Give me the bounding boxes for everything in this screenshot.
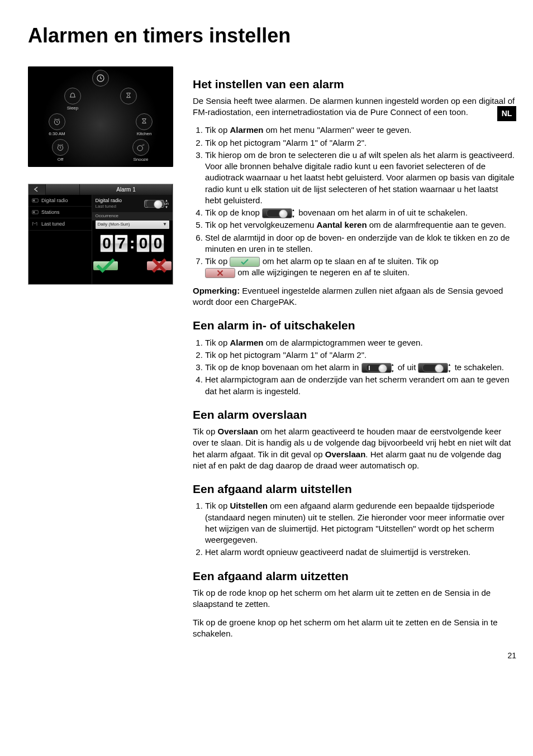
toggle-off-icon xyxy=(418,363,448,373)
ordered-list: Tik op Alarmen om de alarmpictogrammen w… xyxy=(193,337,516,397)
alarm-icon xyxy=(52,139,69,156)
screenshot-radial-menu: Sleep 6:30 AM Kitchen xyxy=(28,66,173,167)
toggle-on-icon xyxy=(361,363,392,373)
bell-icon xyxy=(64,88,81,104)
radial-item-sleep: Sleep xyxy=(56,88,89,112)
tab-alarm1[interactable]: Alarm 1 xyxy=(80,184,173,195)
alarm-icon xyxy=(49,113,65,130)
radial-item-clock xyxy=(84,70,117,88)
clock-icon xyxy=(92,70,109,87)
language-tab: NL xyxy=(497,106,516,121)
source-list: Digital radio Stations Last tuned xyxy=(28,195,92,284)
back-button[interactable] xyxy=(28,184,46,195)
ordered-list: Tik op Uitstellen om een afgaand alarm g… xyxy=(193,500,516,558)
content-column: NL Het instellen van een alarm De Sensia… xyxy=(193,66,516,646)
radial-item-timer1 xyxy=(112,88,145,106)
occurrence-dropdown[interactable]: Daily (Mon-Sun) ▼ xyxy=(96,221,169,229)
snooze-icon: zZ xyxy=(132,139,149,156)
hourglass-icon xyxy=(120,88,137,104)
paragraph: Tik op de groene knop op het scherm om h… xyxy=(193,617,516,640)
radial-item-off: Off xyxy=(44,139,77,163)
alarm-source-toggle[interactable]: Digital radio Last tuned ▲on▼ xyxy=(92,195,173,212)
section-heading: Een alarm in- of uitschakelen xyxy=(193,318,516,333)
svg-rect-6 xyxy=(33,200,35,202)
section-heading: Een afgaand alarm uitzetten xyxy=(193,568,516,584)
paragraph: De Sensia heeft twee alarmen. De alarmen… xyxy=(193,95,516,118)
svg-rect-8 xyxy=(33,212,35,213)
close-icon xyxy=(205,268,235,278)
section-heading: Een afgaand alarm uitstellen xyxy=(193,481,516,497)
svg-text:zZ: zZ xyxy=(142,143,145,146)
page-number: 21 xyxy=(28,650,516,661)
confirm-button[interactable] xyxy=(93,261,118,270)
note-paragraph: Opmerking: Eventueel ingestelde alarmen … xyxy=(193,285,516,308)
hourglass-icon xyxy=(136,113,153,130)
toggle-off-icon xyxy=(262,208,292,218)
section-heading: Het instellen van een alarm xyxy=(193,76,516,92)
screenshot-alarm-settings: Alarm 1 Digital radio Stations Last tune… xyxy=(28,184,173,285)
radial-item-snooze: zZ Snooze xyxy=(124,139,158,163)
cancel-button[interactable] xyxy=(147,261,172,270)
section-heading: Een alarm overslaan xyxy=(193,407,516,423)
stepper-icon: ▲▼ xyxy=(446,363,452,373)
alarm-time-picker[interactable]: 0 7 : 0 0 xyxy=(92,229,173,260)
occurrence-label: Occurrence xyxy=(92,212,173,221)
list-item[interactable]: Stations xyxy=(28,207,92,218)
page-title: Alarmen en timers instellen xyxy=(28,22,516,50)
stepper-icon: ▲▼ xyxy=(291,208,296,218)
stepper-icon: ▲▼ xyxy=(390,363,396,373)
chevron-down-icon: ▼ xyxy=(163,222,167,228)
figures-column: Sleep 6:30 AM Kitchen xyxy=(28,66,176,285)
paragraph: Tik op de rode knop op het scherm om het… xyxy=(193,587,516,610)
list-item[interactable]: Last tuned xyxy=(28,218,92,230)
list-item[interactable]: Digital radio xyxy=(28,195,92,207)
ordered-list: Tik op Alarmen om het menu "Alarmen" wee… xyxy=(193,125,516,278)
radial-item-kitchen: Kitchen xyxy=(127,113,161,137)
check-icon xyxy=(230,257,260,267)
radial-item-alarm-630: 6:30 AM xyxy=(40,113,74,137)
paragraph: Tik op Overslaan om het alarm geactiveer… xyxy=(193,426,516,471)
